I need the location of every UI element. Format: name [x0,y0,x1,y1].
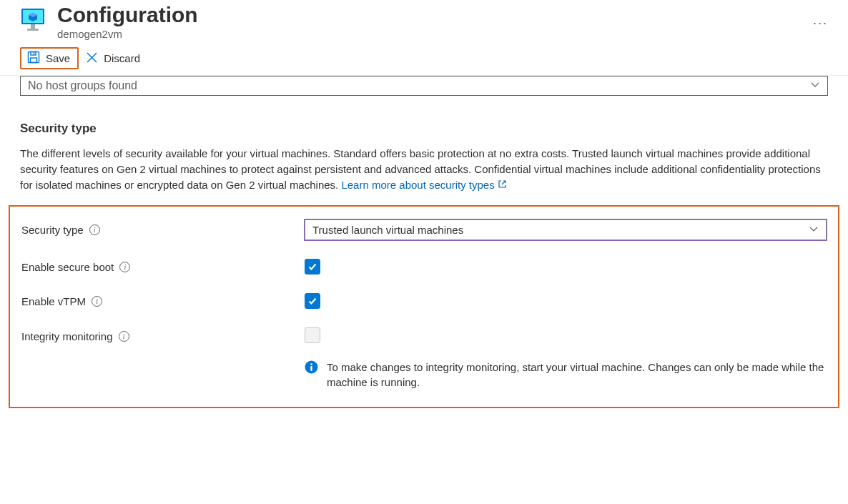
integrity-monitoring-checkbox [305,327,320,343]
svg-line-10 [502,181,506,184]
discard-button[interactable]: Discard [79,49,147,69]
svg-rect-5 [31,58,37,63]
vtpm-label: Enable vTPM [21,295,86,307]
svg-rect-2 [31,24,35,29]
save-button-label: Save [46,52,70,64]
vtpm-checkbox[interactable] [305,293,320,309]
security-type-description: The different levels of security availab… [20,146,828,192]
secure-boot-checkbox[interactable] [305,259,320,275]
chevron-down-icon [809,224,819,236]
page-title: Configuration [57,3,800,26]
security-type-label: Security type [21,224,84,236]
security-type-heading: Security type [20,122,828,136]
save-button[interactable]: Save [20,47,79,69]
info-message-icon [305,360,318,376]
save-icon [27,51,40,66]
host-group-select[interactable]: No host groups found [20,76,828,96]
info-icon[interactable]: i [119,331,129,342]
info-icon[interactable]: i [89,224,100,235]
host-group-placeholder: No host groups found [28,79,137,92]
close-icon [86,51,98,66]
chevron-down-icon [810,79,820,92]
discard-button-label: Discard [104,52,140,64]
learn-more-link[interactable]: Learn more about security types [341,179,506,191]
svg-rect-6 [31,52,36,56]
svg-rect-13 [310,366,312,371]
page-subtitle: demogen2vm [57,28,800,40]
integrity-monitoring-label: Integrity monitoring [21,330,113,342]
vm-icon [20,3,46,34]
integrity-info-message: To make changes to integrity monitoring,… [327,360,827,390]
external-link-icon [498,179,507,191]
info-icon[interactable]: i [92,296,102,307]
svg-rect-3 [27,29,39,31]
secure-boot-label: Enable secure boot [21,261,114,273]
info-icon[interactable]: i [119,262,130,272]
security-type-select[interactable]: Trusted launch virtual machines [305,219,827,240]
svg-point-12 [310,363,312,365]
security-settings-panel: Security type i Trusted launch virtual m… [9,205,839,408]
more-actions-icon[interactable]: ··· [812,3,828,31]
security-type-value: Trusted launch virtual machines [312,224,463,236]
